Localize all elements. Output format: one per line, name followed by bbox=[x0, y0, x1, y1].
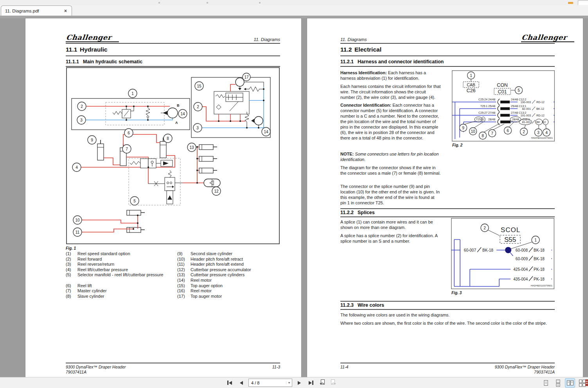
svg-text:12: 12 bbox=[214, 189, 219, 193]
svg-text:BK-18: BK-18 bbox=[534, 257, 545, 261]
heading-rule bbox=[340, 208, 555, 209]
heading-rule bbox=[340, 309, 555, 310]
subsection-number: 11.2.3 bbox=[340, 302, 358, 308]
toolbar-remnant-icon bbox=[207, 2, 208, 4]
heading-rule bbox=[340, 216, 555, 217]
svg-text:BK: BK bbox=[536, 120, 540, 124]
legend-item: (2)Reel forward bbox=[66, 257, 175, 262]
paragraph-splice-1: A splice (1) can contain more wires and … bbox=[340, 219, 441, 230]
legend-item: (7)Master cylinder bbox=[66, 288, 175, 294]
next-page-button[interactable] bbox=[295, 379, 304, 387]
svg-text:1: 1 bbox=[534, 238, 537, 242]
legend-item: (16)Reel motor bbox=[177, 288, 281, 294]
view-history-buttons bbox=[319, 379, 337, 386]
hydraulic-schematic: B A bbox=[66, 67, 280, 244]
subsection-title: Splices bbox=[358, 210, 375, 215]
svg-text:6: 6 bbox=[128, 131, 130, 135]
footer-page-number: 11-3 bbox=[66, 365, 280, 369]
splice-figure: 60-007 BK-18 60-008 BK-18 60-009 BK-18 4… bbox=[451, 218, 554, 289]
page-number-combobox[interactable]: 4 / 8 ▾ bbox=[248, 379, 292, 387]
svg-text:RD-12: RD-12 bbox=[536, 100, 545, 104]
figure-code: HADHE0110379501 bbox=[530, 284, 552, 287]
section-title: Electrical bbox=[354, 46, 381, 53]
two-page-view-icon bbox=[566, 379, 574, 387]
svg-text:28/48: 28/48 bbox=[512, 118, 519, 121]
svg-text:1: 1 bbox=[131, 91, 134, 96]
cropped-top-toolbar bbox=[0, 0, 588, 5]
svg-text:PK-18: PK-18 bbox=[534, 277, 545, 281]
svg-text:9: 9 bbox=[91, 138, 93, 142]
svg-text:PK-18: PK-18 bbox=[534, 267, 545, 272]
heading-rule bbox=[340, 301, 555, 302]
svg-text:8: 8 bbox=[482, 134, 484, 138]
svg-text:15: 15 bbox=[197, 84, 201, 88]
paragraph-harness-id: Harness Identification: Each harness has… bbox=[340, 70, 441, 81]
legend-item: (9)Second slave cylinder bbox=[177, 251, 281, 257]
svg-text:BK-18: BK-18 bbox=[534, 248, 545, 252]
chevron-down-icon[interactable]: ▾ bbox=[286, 381, 292, 384]
harness-connector-figure: C25:24 24/48 24/48 C12:2 T25:1 25/48 25/… bbox=[452, 70, 555, 141]
svg-text:191-003: 191-003 bbox=[521, 114, 531, 117]
svg-text:C26: C26 bbox=[467, 88, 476, 93]
single-page-view-button[interactable] bbox=[541, 379, 550, 387]
previous-view-icon[interactable] bbox=[319, 379, 326, 386]
first-page-icon bbox=[227, 381, 228, 385]
figure-3-caption: Fig. 3 bbox=[451, 291, 462, 295]
single-page-view-icon bbox=[542, 379, 550, 387]
footer-part-number: 79037411A bbox=[66, 370, 86, 374]
legend-item: (14)Reel motor bbox=[177, 278, 281, 283]
last-page-icon bbox=[309, 381, 312, 385]
legend-item: (5)Selector manifold - reel lift/cutterb… bbox=[66, 272, 175, 278]
challenger-logo: Challenger bbox=[521, 33, 575, 42]
running-header: 11. Diagrams bbox=[340, 37, 367, 42]
svg-text:9: 9 bbox=[462, 126, 464, 130]
continuous-view-button[interactable] bbox=[553, 379, 563, 387]
section-number: 11.2 bbox=[340, 46, 354, 53]
footer-model: 9300 DynaFlex™ Draper Header bbox=[340, 365, 555, 369]
svg-text:7: 7 bbox=[491, 131, 493, 136]
legend-item: (4)Reel lift/cutterbar pressure bbox=[66, 267, 175, 273]
svg-text:3: 3 bbox=[196, 126, 199, 130]
paragraph-connector-id: Connector Identification: Each connector… bbox=[340, 102, 441, 141]
legend-item: (11)Header pitch fore/aft extend bbox=[177, 262, 281, 267]
svg-text:10: 10 bbox=[471, 129, 475, 134]
next-view-icon[interactable] bbox=[330, 379, 337, 386]
legend-column-left: (1)Reel speed standard option (2)Reel fo… bbox=[66, 251, 175, 299]
legend-item: (1)Reel speed standard option bbox=[66, 251, 175, 257]
previous-page-button[interactable] bbox=[237, 379, 246, 387]
last-page-button[interactable] bbox=[306, 379, 316, 387]
legend-column-right: (9)Second slave cylinder (10)Header pitc… bbox=[177, 251, 281, 299]
previous-page-icon bbox=[240, 381, 243, 385]
heading-rule bbox=[340, 66, 555, 67]
svg-text:5: 5 bbox=[518, 88, 520, 93]
heading-rule bbox=[66, 66, 280, 67]
tabbar-divider bbox=[0, 16, 588, 18]
splice-node bbox=[505, 247, 511, 253]
toolbar-remnant-icon bbox=[158, 2, 160, 4]
subsection-heading: 11.2.3Wire colors bbox=[340, 302, 384, 308]
svg-text:6: 6 bbox=[507, 129, 509, 133]
legend-item: (15)Top auger option bbox=[177, 283, 281, 289]
heading-rule bbox=[340, 43, 555, 44]
subsection-title: Wire colors bbox=[358, 302, 384, 308]
two-page-view-button[interactable] bbox=[565, 379, 575, 387]
first-page-button[interactable] bbox=[225, 379, 234, 387]
heading-rule bbox=[66, 43, 280, 44]
legend-item: (3)Reel reverse/return bbox=[66, 262, 175, 267]
svg-text:C01: C01 bbox=[498, 89, 507, 95]
svg-text:T25: T25 bbox=[476, 118, 481, 121]
subsection-number: 11.2.1 bbox=[340, 59, 358, 64]
footer-rule bbox=[66, 363, 280, 363]
document-tab[interactable]: 11. Diagrams.pdf × bbox=[1, 5, 72, 16]
svg-text:82-001: 82-001 bbox=[522, 107, 531, 111]
tab-close-icon[interactable]: × bbox=[63, 8, 68, 14]
svg-text:CON: CON bbox=[497, 82, 508, 88]
pdf-viewer-app: { "browser": { "tab_title": "11. Diagram… bbox=[0, 0, 588, 388]
svg-text:60-009: 60-009 bbox=[516, 257, 528, 261]
paragraph-wire-colors-1: The following wire colors are used in th… bbox=[340, 312, 555, 318]
svg-text:190-003: 190-003 bbox=[521, 100, 531, 104]
footer-part-number: 79037411A bbox=[340, 370, 555, 374]
svg-text:17: 17 bbox=[244, 75, 249, 79]
section-number: 11.1 bbox=[66, 46, 80, 53]
svg-text:3: 3 bbox=[80, 118, 83, 122]
